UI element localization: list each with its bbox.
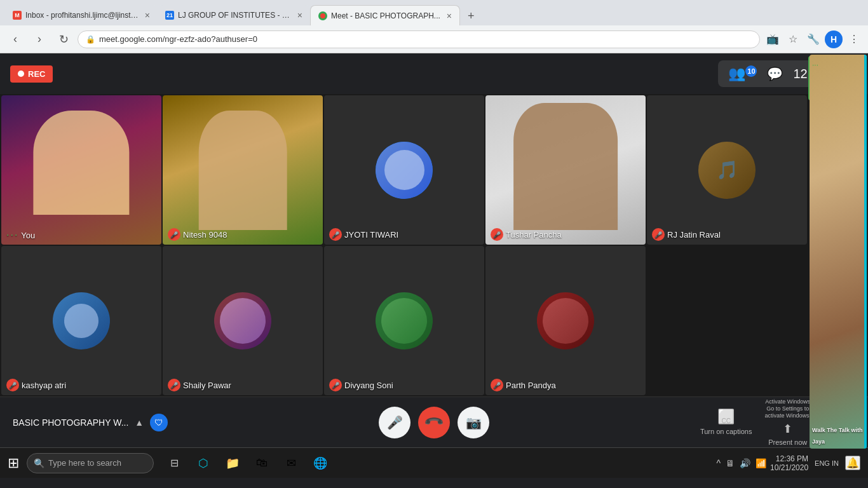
back-button[interactable]: ‹ <box>5 29 25 50</box>
taskview-button[interactable]: ⊟ <box>161 451 187 476</box>
present-button[interactable]: Activate WindowsGo to Settings toactivat… <box>764 398 811 445</box>
jyoti-name: JYOTI TIWARI <box>344 230 398 240</box>
shaily-name: Shaily Pawar <box>183 381 231 390</box>
participant-parth: 🎤 Parth Pandya <box>485 246 646 395</box>
mic-icon: 🎤 <box>387 415 403 430</box>
rjjatin-name: RJ Jatin Raval <box>667 230 721 240</box>
tushar-mute-icon: 🎤 <box>491 228 503 241</box>
wifi-icon: 📶 <box>756 458 766 468</box>
video-grid: ··· You 🎤 Nitesh 9048 🎤 JYOTI TI <box>0 94 868 396</box>
camera-icon: 📷 <box>466 415 482 430</box>
people-icon: 👥 <box>728 65 745 82</box>
participant-you: ··· You <box>1 95 161 245</box>
end-call-icon: 📞 <box>423 411 445 433</box>
taskbar-mail-button[interactable]: ✉ <box>278 451 304 476</box>
rec-dot <box>18 71 24 77</box>
you-name: You <box>21 231 35 240</box>
participant-divyang: 🎤 Divyang Soni <box>324 246 484 395</box>
browser-tabs: M Inbox - profhitanshi.ljimc@ljinsti... … <box>0 0 868 25</box>
tray-chevron[interactable]: ^ <box>716 458 721 468</box>
taskbar-explorer-button[interactable]: 📁 <box>220 451 245 476</box>
jyoti-mute-icon: 🎤 <box>329 228 342 241</box>
taskbar-chrome-button[interactable]: 🌐 <box>308 451 333 476</box>
captions-label: Turn on captions <box>700 428 752 435</box>
meeting-title: BASIC PHOTOGRAPHY W... <box>13 417 128 428</box>
tushar-name: Tushar Pancha <box>506 230 562 240</box>
tab-close-calendar[interactable]: × <box>297 10 302 20</box>
walk-name: Walk The Talk with Jaya <box>812 423 864 446</box>
participants-button[interactable]: 👥 10 <box>728 65 757 82</box>
tray-icons: ^ 🖥 🔊 📶 <box>716 458 766 468</box>
empty-cell <box>647 246 807 395</box>
address-bar[interactable]: 🔒 meet.google.com/ngr-ezfz-ado?authuser=… <box>78 30 760 48</box>
activate-windows: Activate WindowsGo to Settings toactivat… <box>764 398 811 419</box>
divyang-name: Divyang Soni <box>344 381 393 390</box>
parth-name: Parth Pandya <box>506 381 556 390</box>
you-active-dots: ··· <box>6 229 18 241</box>
shield-button[interactable]: 🛡 <box>150 414 168 431</box>
search-icon: 🔍 <box>34 458 44 468</box>
participant-jyoti: 🎤 JYOTI TIWARI <box>324 95 484 245</box>
meet-bottombar: BASIC PHOTOGRAPHY W... ▲ 🛡 🎤 📞 📷 ⬜ CC Tu… <box>0 396 868 447</box>
time-date-display[interactable]: 12:36 PM 10/21/2020 <box>770 454 808 472</box>
lock-icon: 🔒 <box>86 35 95 44</box>
new-tab-button[interactable]: + <box>463 7 480 25</box>
nitesh-name: Nitesh 9048 <box>183 230 227 240</box>
menu-icon[interactable]: ⋮ <box>845 30 863 48</box>
participant-count: 10 <box>745 65 757 77</box>
present-label: Present now <box>768 438 807 446</box>
participant-tushar: 🎤 Tushar Pancha <box>485 95 646 245</box>
taskbar-date: 10/21/2020 <box>770 463 808 472</box>
cast-icon[interactable]: 📺 <box>764 30 782 48</box>
end-call-button[interactable]: 📞 <box>418 407 450 438</box>
side-panel-video: ··· Walk The Talk with Jaya <box>810 55 867 449</box>
system-tray: ^ 🖥 🔊 📶 12:36 PM 10/21/2020 ENG IN 🔔 <box>711 454 865 472</box>
kashyap-mute-icon: 🎤 <box>6 379 19 391</box>
captions-button[interactable]: ⬜ CC Turn on captions <box>700 409 752 435</box>
present-icon: ⬆ <box>783 422 792 436</box>
taskbar-icons: ⊟ ⬡ 📁 🛍 ✉ 🌐 <box>161 451 333 476</box>
participant-rjjatin: 🎵 🎤 RJ Jatin Raval <box>647 95 807 245</box>
kashyap-name: kashyap atri <box>22 381 66 390</box>
tab-close-gmail[interactable]: × <box>145 10 150 20</box>
taskbar-edge-button[interactable]: ⬡ <box>191 451 216 476</box>
divyang-mute-icon: 🎤 <box>329 379 342 391</box>
meet-topbar: REC 👥 10 💬 12:36 PM You <box>0 53 868 94</box>
reload-button[interactable]: ↻ <box>53 29 74 50</box>
tab-meet[interactable]: Meet - BASIC PHOTOGRAPH... × <box>310 5 460 25</box>
taskbar-store-button[interactable]: 🛍 <box>249 451 275 476</box>
extensions-icon[interactable]: 🔧 <box>804 30 822 48</box>
start-button[interactable]: ⊞ <box>3 452 24 474</box>
tab-calendar[interactable]: 21 LJ GROUP OF INSTITUTES - Cale... × <box>158 5 310 25</box>
participant-shaily: 🎤 Shaily Pawar <box>163 246 323 395</box>
mic-button[interactable]: 🎤 <box>379 407 410 438</box>
participant-kashyap: 🎤 kashyap atri <box>1 246 161 395</box>
notification-button[interactable]: 🔔 <box>845 456 860 470</box>
forward-button[interactable]: › <box>29 29 50 50</box>
tab-close-meet[interactable]: × <box>447 11 452 21</box>
walk-active-dots: ··· <box>812 58 818 70</box>
volume-icon: 🔊 <box>740 458 750 468</box>
meeting-info: BASIC PHOTOGRAPHY W... ▲ 🛡 <box>13 414 168 431</box>
chat-button[interactable]: 💬 <box>767 66 783 81</box>
parth-mute-icon: 🎤 <box>491 379 503 391</box>
network-icon: 🖥 <box>726 458 735 468</box>
lang-indicator: ENG IN <box>815 459 839 467</box>
expand-icon[interactable]: ▲ <box>135 417 144 428</box>
rec-label: REC <box>28 69 45 79</box>
taskbar: ⊞ 🔍 Type here to search ⊟ ⬡ 📁 🛍 ✉ 🌐 ^ 🖥 … <box>0 447 868 478</box>
participant-nitesh: 🎤 Nitesh 9048 <box>163 95 323 245</box>
camera-button[interactable]: 📷 <box>458 407 489 438</box>
rjjatin-mute-icon: 🎤 <box>652 228 665 241</box>
rec-badge[interactable]: REC <box>10 65 53 83</box>
meet-container: REC 👥 10 💬 12:36 PM You ·· <box>0 53 868 447</box>
search-bar[interactable]: 🔍 Type here to search <box>27 453 154 473</box>
tab-gmail[interactable]: M Inbox - profhitanshi.ljimc@ljinsti... … <box>5 5 158 25</box>
browser-toolbar: ‹ › ↻ 🔒 meet.google.com/ngr-ezfz-ado?aut… <box>0 25 868 53</box>
nitesh-mute-icon: 🎤 <box>168 228 180 241</box>
profile-button[interactable]: H <box>825 30 843 48</box>
url-text: meet.google.com/ngr-ezfz-ado?authuser=0 <box>99 34 752 44</box>
search-placeholder: Type here to search <box>48 458 121 468</box>
shaily-mute-icon: 🎤 <box>168 379 180 391</box>
bookmark-icon[interactable]: ☆ <box>784 30 802 48</box>
